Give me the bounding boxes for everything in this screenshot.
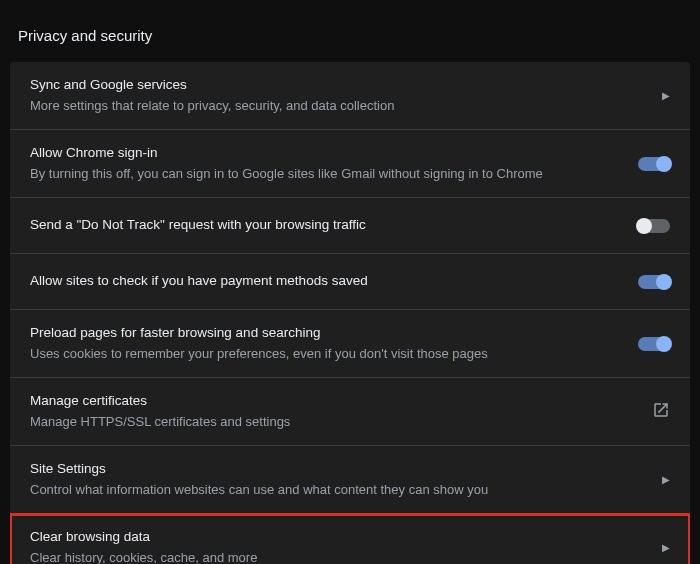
toggle-do-not-track[interactable] [638,219,670,233]
toggle-knob [656,274,672,290]
chevron-right-icon: ▶ [662,474,670,485]
setting-title: Manage certificates [30,392,636,411]
setting-title: Allow sites to check if you have payment… [30,272,622,291]
setting-control: ▶ [662,90,670,101]
row-preload-pages[interactable]: Preload pages for faster browsing and se… [10,310,690,378]
setting-text: Sync and Google services More settings t… [30,76,646,115]
setting-title: Allow Chrome sign-in [30,144,622,163]
setting-control [638,219,670,233]
toggle-knob [636,218,652,234]
toggle-payment-methods[interactable] [638,275,670,289]
setting-subtitle: Uses cookies to remember your preference… [30,345,622,363]
setting-control [638,157,670,171]
toggle-preload-pages[interactable] [638,337,670,351]
setting-text: Preload pages for faster browsing and se… [30,324,622,363]
setting-control [638,275,670,289]
setting-text: Clear browsing data Clear history, cooki… [30,528,646,564]
chevron-right-icon: ▶ [662,542,670,553]
setting-title: Send a "Do Not Track" request with your … [30,216,622,235]
row-do-not-track[interactable]: Send a "Do Not Track" request with your … [10,198,690,254]
row-site-settings[interactable]: Site Settings Control what information w… [10,446,690,514]
chevron-right-icon: ▶ [662,90,670,101]
row-allow-chrome-signin[interactable]: Allow Chrome sign-in By turning this off… [10,130,690,198]
toggle-knob [656,336,672,352]
external-link-icon [652,401,670,423]
setting-subtitle: Manage HTTPS/SSL certificates and settin… [30,413,636,431]
setting-title: Clear browsing data [30,528,646,547]
setting-text: Allow Chrome sign-in By turning this off… [30,144,622,183]
row-payment-methods[interactable]: Allow sites to check if you have payment… [10,254,690,310]
row-clear-browsing-data[interactable]: Clear browsing data Clear history, cooki… [10,514,690,564]
setting-subtitle: By turning this off, you can sign in to … [30,165,622,183]
row-manage-certificates[interactable]: Manage certificates Manage HTTPS/SSL cer… [10,378,690,446]
setting-text: Site Settings Control what information w… [30,460,646,499]
setting-text: Send a "Do Not Track" request with your … [30,216,622,235]
setting-subtitle: More settings that relate to privacy, se… [30,97,646,115]
settings-panel: Sync and Google services More settings t… [10,62,690,564]
setting-text: Manage certificates Manage HTTPS/SSL cer… [30,392,636,431]
setting-subtitle: Control what information websites can us… [30,481,646,499]
setting-control: ▶ [662,542,670,553]
setting-control [652,401,670,423]
setting-control [638,337,670,351]
setting-title: Site Settings [30,460,646,479]
setting-title: Sync and Google services [30,76,646,95]
setting-title: Preload pages for faster browsing and se… [30,324,622,343]
setting-control: ▶ [662,474,670,485]
toggle-knob [656,156,672,172]
setting-subtitle: Clear history, cookies, cache, and more [30,549,646,564]
row-sync-google-services[interactable]: Sync and Google services More settings t… [10,62,690,130]
section-title: Privacy and security [10,15,690,62]
toggle-allow-chrome-signin[interactable] [638,157,670,171]
setting-text: Allow sites to check if you have payment… [30,272,622,291]
